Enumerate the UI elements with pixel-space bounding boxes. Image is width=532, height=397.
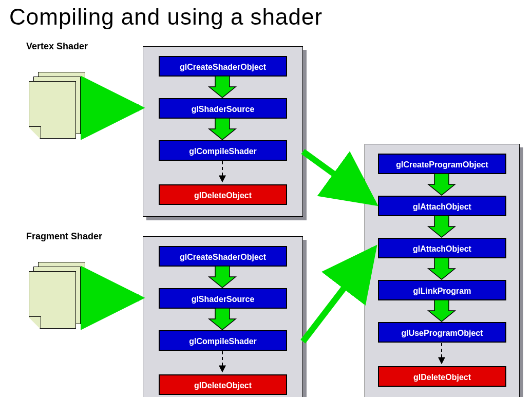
step-glAttachObject: glAttachObject: [378, 196, 506, 216]
step-glShaderSource: glShaderSource: [159, 98, 287, 119]
page-title: Compiling and using a shader: [9, 4, 322, 30]
fragment-source-docs-icon: [29, 262, 85, 329]
step-glDeleteObject: glDeleteObject: [159, 184, 287, 205]
vertex-shader-label: Vertex Shader: [26, 41, 88, 52]
vertex-shader-panel: glCreateShaderObject glShaderSource glCo…: [143, 46, 303, 217]
step-glUseProgramObject: glUseProgramObject: [378, 322, 506, 343]
step-glCompileShader: glCompileShader: [159, 140, 287, 161]
step-glLinkProgram: glLinkProgram: [378, 280, 506, 300]
step-glCompileShader: glCompileShader: [159, 330, 287, 351]
fragment-shader-label: Fragment Shader: [26, 231, 102, 242]
arrow-fragment-to-attach: [303, 249, 374, 342]
vertex-source-docs-icon: [29, 72, 85, 139]
fragment-shader-panel: glCreateShaderObject glShaderSource glCo…: [143, 236, 303, 397]
step-glAttachObject: glAttachObject: [378, 238, 506, 258]
step-glShaderSource: glShaderSource: [159, 288, 287, 309]
step-glCreateProgramObject: glCreateProgramObject: [378, 154, 506, 174]
step-glDeleteObject: glDeleteObject: [159, 374, 287, 395]
diagram-root: Compiling and using a shader Vertex Shad…: [0, 0, 532, 397]
step-glCreateShaderObject: glCreateShaderObject: [159, 56, 287, 77]
step-glCreateShaderObject: glCreateShaderObject: [159, 246, 287, 267]
program-panel: glCreateProgramObject glAttachObject glA…: [365, 144, 520, 397]
arrow-vertex-to-attach: [303, 152, 374, 203]
step-glDeleteObject: glDeleteObject: [378, 366, 506, 387]
